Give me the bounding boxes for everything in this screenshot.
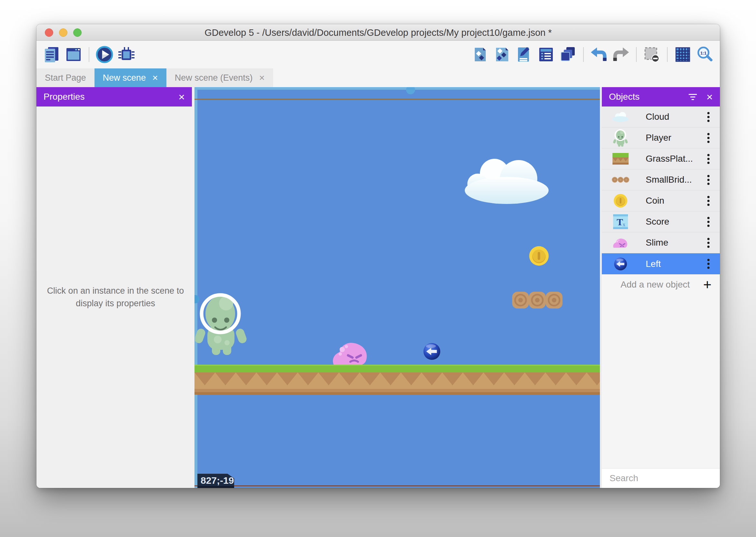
properties-panel: Properties × Click on an instance in the… [36, 87, 195, 488]
objects-title: Objects [609, 92, 640, 102]
small-bridge-thumbnail-icon [612, 176, 629, 183]
object-row-cloud[interactable]: Cloud [602, 106, 720, 128]
game-window-border-top [195, 99, 600, 100]
object-name: Score [646, 217, 705, 227]
add-new-object-button[interactable]: Add a new object + [602, 274, 720, 295]
selection-handle-top[interactable] [406, 87, 415, 94]
coin-thumbnail-icon [612, 193, 629, 208]
toolbar-separator [636, 47, 637, 62]
object-groups-icon[interactable] [493, 45, 511, 64]
export-object-icon[interactable] [471, 45, 490, 64]
toolbar-separator [667, 47, 668, 62]
more-options-icon[interactable] [705, 110, 711, 124]
scene-dirt-texture [195, 372, 600, 395]
svg-text:x: x [623, 222, 625, 227]
object-row-player[interactable]: Player [602, 128, 720, 148]
selection-border-left [195, 87, 197, 488]
layers-icon[interactable] [559, 45, 577, 64]
scene-window-icon[interactable] [64, 45, 83, 64]
search-input[interactable] [609, 473, 720, 484]
redo-icon[interactable] [612, 45, 630, 64]
play-icon[interactable] [95, 45, 114, 64]
more-options-icon[interactable] [705, 236, 711, 250]
game-window-border-bottom [195, 485, 600, 486]
tab-label: New scene (Events) [175, 73, 253, 83]
tab-label: Start Page [45, 73, 86, 83]
tab-start-page[interactable]: Start Page [36, 68, 94, 87]
more-options-icon[interactable] [705, 194, 711, 208]
toolbar-left-group [42, 45, 136, 64]
edit-scene-properties-icon[interactable] [515, 45, 533, 64]
tab-new-scene[interactable]: New scene × [94, 68, 167, 87]
object-name: Coin [646, 195, 705, 206]
tab-bar: Start Page New scene × New scene (Events… [36, 68, 720, 87]
text-object-thumbnail-icon: T x [612, 214, 629, 229]
more-options-icon[interactable] [705, 173, 711, 187]
debug-icon[interactable] [117, 45, 136, 64]
more-options-icon[interactable] [705, 152, 711, 166]
mask-icon[interactable] [642, 45, 661, 64]
toolbar-right-group: 1:1 [471, 45, 714, 64]
titlebar[interactable]: GDevelop 5 - /Users/david/Documents/GDev… [36, 24, 720, 41]
scene-instance-player[interactable] [195, 291, 247, 356]
scene-canvas[interactable]: 827;-19 [195, 87, 600, 488]
left-button-thumbnail-icon [612, 257, 629, 271]
object-row-score[interactable]: T x Score [602, 211, 720, 232]
svg-text:1:1: 1:1 [700, 51, 707, 56]
cursor-coordinates-badge: 827;-19 [197, 474, 234, 488]
tab-label: New scene [103, 73, 146, 83]
filter-icon[interactable] [688, 94, 697, 100]
objects-empty-space [602, 295, 720, 468]
instances-list-icon[interactable] [537, 45, 555, 64]
scene-instance-smallbridge[interactable] [512, 291, 563, 309]
more-options-icon[interactable] [705, 215, 711, 229]
grass-platform-thumbnail-icon [612, 153, 629, 165]
object-name: SmallBrid... [646, 175, 705, 185]
cloud-thumbnail-icon [612, 111, 629, 122]
selection-border-top [195, 87, 600, 90]
scene-instance-cloud[interactable] [462, 155, 550, 204]
svg-text:T: T [617, 217, 623, 227]
properties-title: Properties [44, 92, 85, 102]
scene-grass-platform[interactable] [195, 365, 600, 373]
objects-panel: Objects × Cloud [602, 87, 720, 488]
object-row-left[interactable]: Left [602, 253, 720, 274]
properties-body: Click on an instance in the scene to dis… [36, 106, 195, 488]
scene-instance-left-button[interactable] [423, 342, 441, 361]
object-name: Left [646, 259, 705, 269]
close-icon[interactable]: × [152, 73, 158, 83]
add-new-object-label: Add a new object [621, 279, 703, 290]
object-row-slime[interactable]: Slime [602, 232, 720, 253]
object-name: Slime [646, 237, 705, 248]
scene-instance-coin[interactable] [528, 245, 549, 267]
objects-search-box [602, 468, 720, 488]
project-manager-icon[interactable] [42, 45, 61, 64]
close-icon[interactable]: × [259, 73, 265, 83]
properties-header: Properties × [36, 87, 192, 106]
more-options-icon[interactable] [705, 131, 711, 145]
toolbar-separator [583, 47, 584, 62]
add-icon[interactable]: + [703, 277, 711, 292]
scene-instance-slime[interactable] [331, 340, 370, 366]
toolbar-separator [89, 47, 89, 62]
properties-empty-message: Click on an instance in the scene to dis… [46, 285, 185, 310]
zoom-1-1-icon[interactable]: 1:1 [695, 45, 714, 64]
close-icon[interactable]: × [706, 91, 713, 102]
slime-thumbnail-icon [612, 237, 629, 248]
close-icon[interactable]: × [178, 91, 185, 102]
tab-new-scene-events[interactable]: New scene (Events) × [167, 68, 273, 87]
undo-icon[interactable] [589, 45, 608, 64]
object-name: Player [646, 133, 705, 143]
object-name: GrassPlat... [646, 154, 705, 164]
object-row-coin[interactable]: Coin [602, 190, 720, 211]
player-thumbnail-icon [612, 129, 629, 147]
object-row-grassplatform[interactable]: GrassPlat... [602, 148, 720, 169]
grid-icon[interactable] [673, 45, 692, 64]
objects-header: Objects × [602, 87, 720, 106]
toolbar: 1:1 [36, 41, 720, 68]
object-name: Cloud [646, 112, 705, 122]
gdevelop-window: GDevelop 5 - /Users/david/Documents/GDev… [36, 24, 720, 488]
window-title: GDevelop 5 - /Users/david/Documents/GDev… [36, 24, 720, 40]
object-row-smallbridge[interactable]: SmallBrid... [602, 169, 720, 190]
more-options-icon[interactable] [705, 257, 711, 271]
